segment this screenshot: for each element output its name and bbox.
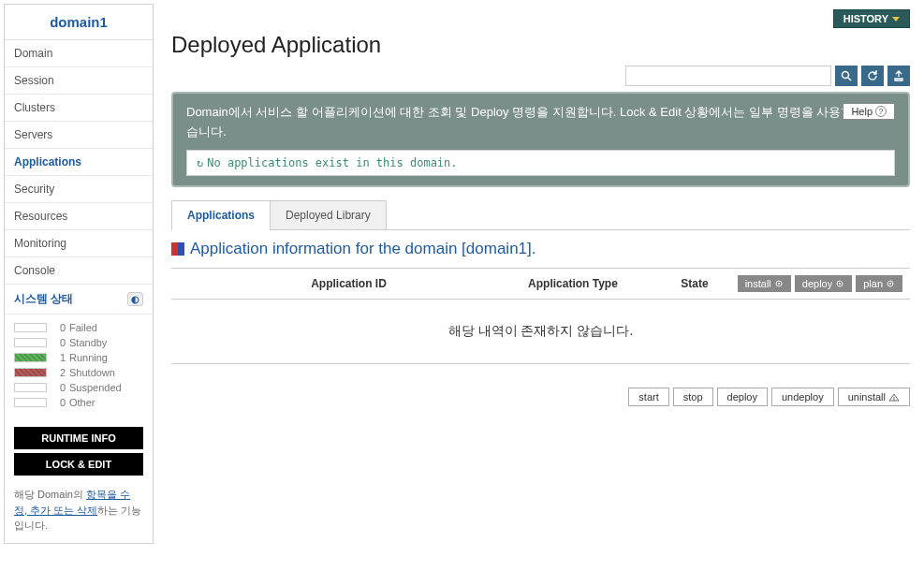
runtime-info-button[interactable]: RUNTIME INFO (14, 427, 143, 449)
th-application-type: Application Type (498, 277, 648, 290)
svg-line-1 (848, 78, 851, 81)
help-button[interactable]: Help ? (843, 103, 895, 120)
sidebar-item-session[interactable]: Session (5, 67, 153, 95)
start-button[interactable]: start (628, 388, 668, 406)
info-banner: Domain에서 서비스 할 어플리케이션에 대한 조회 및 Deploy 명령… (171, 92, 910, 187)
gear-icon (774, 279, 784, 288)
tab-applications[interactable]: Applications (171, 200, 271, 229)
plan-button[interactable]: plan (856, 275, 902, 292)
export-icon (893, 70, 904, 81)
undeploy-button[interactable]: undeploy (771, 388, 834, 406)
system-status-label: 시스템 상태 (14, 291, 73, 307)
refresh-icon (867, 70, 878, 81)
uninstall-icon (888, 392, 900, 402)
status-standby: 0 Standby (14, 337, 143, 348)
status-bar-standby (14, 338, 47, 347)
status-bar-running (14, 353, 47, 362)
status-failed: 0 Failed (14, 322, 143, 333)
table-header: Application ID Application Type State in… (171, 268, 910, 300)
info-banner-text: Domain에서 서비스 할 어플리케이션에 대한 조회 및 Deploy 명령… (186, 103, 895, 142)
info-message: ↻No applications exist in this domain. (186, 150, 895, 176)
sidebar: domain1 Domain Session Clusters Servers … (4, 4, 154, 544)
help-icon: ? (875, 106, 887, 117)
page-title: Deployed Application (171, 32, 910, 58)
status-running: 1 Running (14, 352, 143, 363)
search-input[interactable] (625, 66, 831, 86)
search-button[interactable] (835, 66, 858, 86)
search-icon (841, 70, 852, 81)
deploy-button[interactable]: deploy (717, 388, 768, 406)
domain-title: domain1 (5, 5, 153, 40)
section-title: Application information for the domain [… (190, 240, 535, 258)
stop-button[interactable]: stop (673, 388, 713, 406)
th-state: State (648, 277, 741, 290)
lock-edit-button[interactable]: LOCK & EDIT (14, 453, 143, 476)
svg-point-7 (889, 283, 891, 285)
export-button[interactable] (887, 66, 910, 86)
sidebar-item-servers[interactable]: Servers (5, 122, 153, 149)
status-list: 0 Failed 0 Standby 1 Running 2 Shutdown … (5, 315, 153, 419)
table-empty-message: 해당 내역이 존재하지 않습니다. (171, 300, 910, 364)
sidebar-item-security[interactable]: Security (5, 176, 153, 203)
sidebar-item-domain[interactable]: Domain (5, 40, 153, 67)
svg-point-5 (839, 283, 841, 285)
status-toggle-icon[interactable]: ◐ (127, 292, 143, 306)
tabs: Applications Deployed Library (171, 200, 910, 230)
status-suspended: 0 Suspended (14, 382, 143, 393)
status-bar-failed (14, 323, 47, 332)
status-bar-suspended (14, 383, 47, 392)
sidebar-description: 해당 Domain의 항목을 수정, 추가 또는 삭제하는 기능입니다. (5, 487, 153, 543)
uninstall-button[interactable]: uninstall (838, 388, 910, 406)
sidebar-item-clusters[interactable]: Clusters (5, 95, 153, 122)
history-button[interactable]: HISTORY (833, 9, 910, 28)
chevron-down-icon (892, 17, 900, 22)
section-header: Application information for the domain [… (171, 240, 910, 258)
svg-point-0 (843, 72, 849, 79)
svg-point-3 (778, 283, 780, 285)
gear-icon (835, 279, 844, 288)
section-icon (171, 242, 184, 256)
status-shutdown: 2 Shutdown (14, 367, 143, 378)
status-bar-other (14, 398, 47, 407)
status-bar-shutdown (14, 368, 47, 377)
message-refresh-icon: ↻ (197, 156, 203, 169)
refresh-button[interactable] (861, 66, 884, 86)
tab-deployed-library[interactable]: Deployed Library (270, 200, 387, 229)
install-button[interactable]: install (738, 275, 791, 292)
sidebar-item-monitoring[interactable]: Monitoring (5, 230, 153, 257)
th-application-id: Application ID (199, 277, 498, 290)
bottom-actions: start stop deploy undeploy uninstall (171, 388, 910, 406)
system-status-header: 시스템 상태 ◐ (5, 285, 153, 315)
gear-icon (886, 279, 895, 288)
status-other: 0 Other (14, 397, 143, 408)
main-content: HISTORY Deployed Application Domain에서 서비… (157, 0, 924, 548)
deploy-header-button[interactable]: deploy (795, 275, 852, 292)
sidebar-item-console[interactable]: Console (5, 257, 153, 285)
sidebar-item-resources[interactable]: Resources (5, 203, 153, 230)
sidebar-item-applications[interactable]: Applications (5, 149, 153, 176)
